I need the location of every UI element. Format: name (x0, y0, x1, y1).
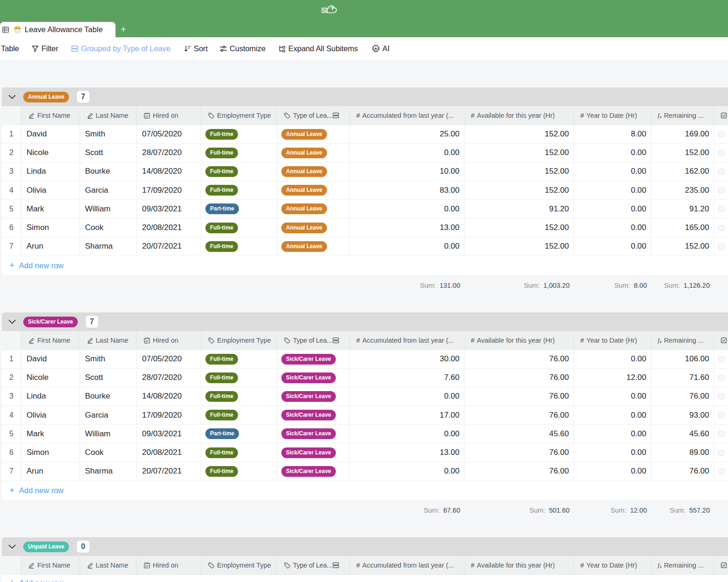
svg-text:AI: AI (374, 47, 378, 50)
